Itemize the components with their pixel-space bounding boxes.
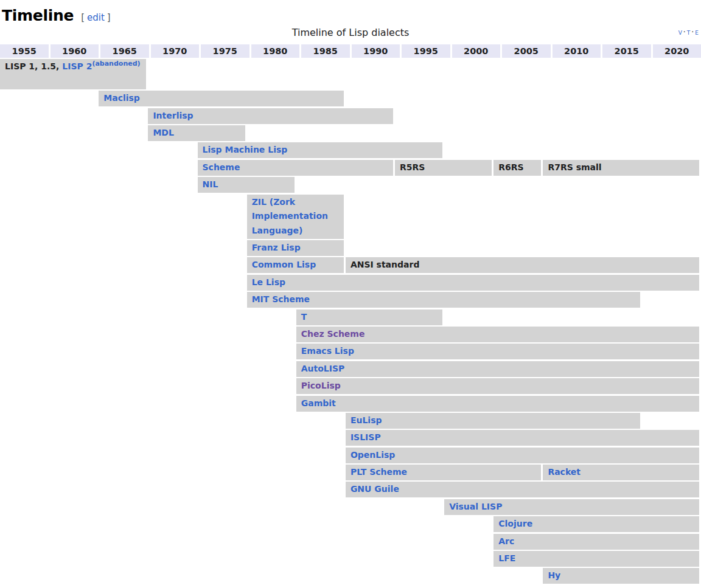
bar-label-link[interactable]: AutoLISP bbox=[301, 364, 345, 373]
talk-template-link[interactable]: t bbox=[687, 27, 691, 36]
bar-label-link[interactable]: Visual LISP bbox=[449, 502, 502, 511]
bar-label-link[interactable]: EuLisp bbox=[350, 415, 382, 425]
edit-bracket-open: [ bbox=[81, 12, 85, 23]
bar-label-link[interactable]: MIT Scheme bbox=[252, 294, 310, 304]
timeline-bar: ISLISP bbox=[346, 430, 699, 446]
bar-label-link[interactable]: Gambit bbox=[301, 398, 336, 408]
bar-label-link[interactable]: T bbox=[301, 312, 307, 322]
vte-separator: · bbox=[691, 27, 694, 36]
timeline-bar: LFE bbox=[493, 551, 699, 567]
edit-bracket-close: ] bbox=[107, 12, 111, 23]
bar-label-link[interactable]: GNU Guile bbox=[350, 484, 399, 494]
year-cell: 1985 bbox=[301, 44, 350, 58]
year-cell: 1975 bbox=[201, 44, 249, 58]
year-cell: 1990 bbox=[352, 44, 400, 58]
bar-label-link[interactable]: MDL bbox=[153, 128, 173, 137]
year-header-row: 1955196019651970197519801985199019952000… bbox=[0, 44, 701, 58]
bar-label-link[interactable]: Franz Lisp bbox=[252, 243, 301, 252]
view-template-link[interactable]: v bbox=[678, 27, 682, 36]
vte-separator: · bbox=[683, 27, 686, 36]
timeline-row: GNU Guile bbox=[0, 482, 701, 497]
timeline-row: Emacs Lisp bbox=[0, 344, 701, 359]
timeline-row: Hy bbox=[0, 568, 701, 584]
timeline-row: Lisp Machine Lisp bbox=[0, 142, 701, 158]
bar-label-link[interactable]: Interlisp bbox=[153, 111, 193, 120]
bar-label-text: R7RS small bbox=[548, 162, 601, 172]
timeline-row: Arc bbox=[0, 534, 701, 550]
section-heading: Timeline[edit] bbox=[0, 0, 701, 24]
timeline-row: Franz Lisp bbox=[0, 240, 701, 256]
timeline-bar: R5RS bbox=[395, 160, 492, 176]
timeline-bar: NIL bbox=[198, 177, 295, 193]
bar-label-link[interactable]: Clojure bbox=[498, 519, 532, 528]
bar-label-text: R6RS bbox=[498, 162, 523, 172]
bar-label-link[interactable]: LFE bbox=[498, 553, 515, 563]
year-cell: 2015 bbox=[602, 44, 651, 58]
timeline-bar: AutoLISP bbox=[296, 361, 699, 377]
timeline-bar: Gambit bbox=[296, 396, 699, 412]
year-cell: 2000 bbox=[452, 44, 501, 58]
bar-label-link[interactable]: Emacs Lisp bbox=[301, 346, 354, 356]
timeline-bar: PicoLisp bbox=[296, 378, 699, 394]
timeline-bar: MIT Scheme bbox=[247, 292, 640, 308]
timeline-row: ZIL (Zork Implementation Language) bbox=[0, 195, 701, 239]
bar-label-link[interactable]: ZIL (Zork Implementation Language) bbox=[252, 197, 328, 235]
timeline-bar: Clojure bbox=[493, 516, 699, 532]
bar-label-text: LISP 1, 1.5, bbox=[5, 61, 62, 71]
timeline-bar: Common Lisp bbox=[247, 257, 344, 273]
edit-template-link[interactable]: e bbox=[695, 27, 699, 36]
bar-label-text: R5RS bbox=[400, 162, 425, 172]
timeline-row: Le Lisp bbox=[0, 275, 701, 291]
timeline-bar: Emacs Lisp bbox=[296, 344, 699, 359]
bar-label-link[interactable]: Hy bbox=[548, 570, 560, 580]
timeline-row: SchemeR5RSR6RSR7RS small bbox=[0, 160, 701, 176]
timeline-row: PLT SchemeRacket bbox=[0, 465, 701, 480]
year-cell: 1955 bbox=[0, 44, 49, 58]
bar-label-link[interactable]: PLT Scheme bbox=[350, 467, 407, 477]
timeline-bar: R7RS small bbox=[543, 160, 699, 176]
timeline-row: MIT Scheme bbox=[0, 292, 701, 308]
bar-label-superscript-link[interactable]: (abandoned) bbox=[92, 60, 140, 68]
timeline-row: Gambit bbox=[0, 396, 701, 412]
timeline-bar: T bbox=[296, 310, 442, 325]
timeline-row: ISLISP bbox=[0, 430, 701, 446]
year-cell: 1960 bbox=[51, 44, 99, 58]
bar-label-link[interactable]: NIL bbox=[203, 179, 218, 189]
bar-label-link[interactable]: ISLISP bbox=[350, 432, 381, 442]
bar-label-link[interactable]: Common Lisp bbox=[252, 260, 316, 269]
timeline-row: Common LispANSI standard bbox=[0, 257, 701, 273]
bar-label-link[interactable]: Maclisp bbox=[103, 93, 140, 103]
bar-label-link[interactable]: Scheme bbox=[203, 162, 240, 172]
timeline-bar: OpenLisp bbox=[346, 448, 699, 463]
timeline-bar: Hy bbox=[543, 568, 699, 584]
timeline-bar: R6RS bbox=[493, 160, 541, 176]
bar-label-link[interactable]: LISP 2 bbox=[62, 61, 92, 71]
timeline-row: Maclisp bbox=[0, 91, 701, 106]
timeline-row: MDL bbox=[0, 125, 701, 141]
timeline-row: T bbox=[0, 310, 701, 325]
timeline-row: Visual LISP bbox=[0, 499, 701, 515]
bar-label-link[interactable]: Racket bbox=[548, 467, 581, 477]
bar-label-link[interactable]: Le Lisp bbox=[252, 277, 285, 287]
timeline-bar: Arc bbox=[493, 534, 699, 550]
bar-label-link[interactable]: Chez Scheme bbox=[301, 329, 365, 339]
year-cell: 1965 bbox=[100, 44, 149, 58]
timeline-bar: ANSI standard bbox=[346, 257, 699, 273]
year-cell: 2005 bbox=[502, 44, 551, 58]
year-cell: 1980 bbox=[251, 44, 300, 58]
bar-label-link[interactable]: Arc bbox=[498, 536, 514, 546]
edit-link[interactable]: edit bbox=[87, 12, 105, 23]
timeline-row: PicoLisp bbox=[0, 378, 701, 394]
timeline-row: EuLisp bbox=[0, 413, 701, 429]
timeline-bar: Visual LISP bbox=[444, 499, 699, 515]
edit-section: [edit] bbox=[81, 12, 111, 23]
vte-nav: v·t·e bbox=[678, 27, 699, 36]
bar-label-link[interactable]: Lisp Machine Lisp bbox=[203, 145, 288, 154]
timeline-bar: Interlisp bbox=[148, 108, 393, 124]
timeline-bar: ZIL (Zork Implementation Language) bbox=[247, 195, 344, 239]
bar-label-link[interactable]: OpenLisp bbox=[350, 450, 395, 460]
timeline-rows: LISP 1, 1.5, LISP 2(abandoned)MaclispInt… bbox=[0, 59, 701, 584]
timeline-row: Clojure bbox=[0, 516, 701, 532]
timeline-bar: MDL bbox=[148, 125, 245, 141]
bar-label-link[interactable]: PicoLisp bbox=[301, 381, 341, 390]
